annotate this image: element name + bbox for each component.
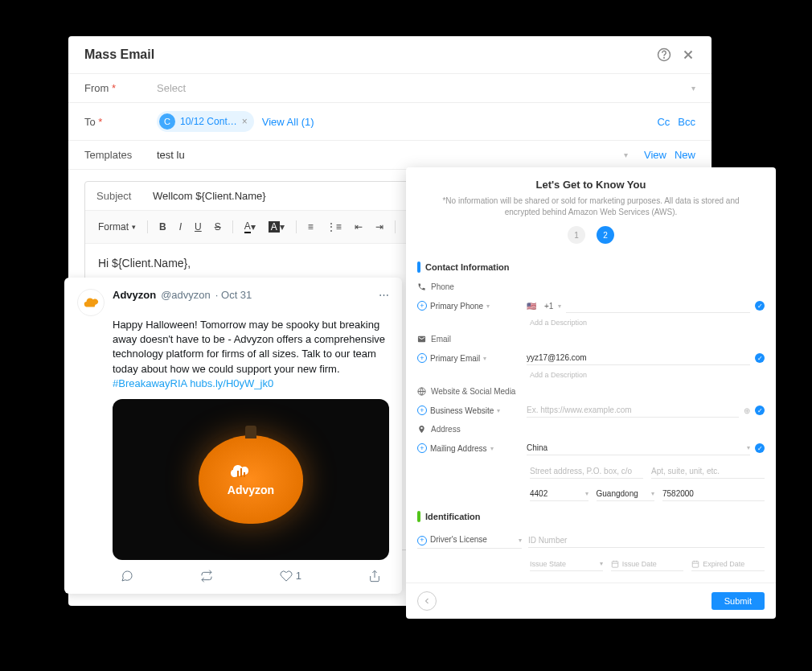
tweet-text: Happy Halloween! Tomorrow may be spooky …: [113, 318, 389, 391]
svg-rect-5: [237, 471, 239, 477]
subject-label: Subject: [96, 190, 153, 202]
view-all-link[interactable]: View All (1): [262, 116, 314, 128]
kyc-footer: Submit: [406, 582, 776, 619]
expired-date-input[interactable]: Expired Date: [691, 558, 765, 571]
phone-subheader: Phone: [417, 279, 765, 294]
chevron-down-icon: ▾: [691, 84, 695, 93]
share-button[interactable]: [368, 570, 381, 582]
bg-color-button[interactable]: A▾: [264, 218, 289, 236]
templates-label: Templates: [84, 149, 157, 161]
help-icon[interactable]: [657, 47, 671, 62]
add-email-icon[interactable]: +: [417, 353, 427, 363]
format-dropdown[interactable]: Format ▾: [93, 218, 141, 236]
website-subheader: Website & Social Media: [417, 384, 765, 399]
tweet-link[interactable]: hubs.ly/H0yW_jk0: [190, 377, 273, 389]
add-website-icon[interactable]: +: [417, 405, 427, 415]
city-select[interactable]: 4402▾: [530, 487, 588, 501]
check-icon: ✓: [755, 443, 765, 453]
from-row: From * Select ▾: [68, 74, 712, 103]
cc-link[interactable]: Cc: [657, 116, 670, 128]
chip-avatar: C: [159, 113, 175, 130]
from-label: From: [84, 82, 109, 94]
bold-button[interactable]: B: [154, 218, 171, 236]
close-icon[interactable]: [681, 47, 695, 62]
svg-point-1: [664, 57, 665, 58]
chip-remove-icon[interactable]: ×: [242, 116, 248, 127]
retweet-button[interactable]: [200, 570, 213, 582]
info-icon[interactable]: ⊕: [744, 406, 750, 415]
view-template-link[interactable]: View: [644, 149, 666, 161]
tweet-hashtag[interactable]: #BreakawayRIA: [113, 377, 187, 389]
subject-input[interactable]: Wellcom ${Client.Name}: [153, 190, 266, 202]
chip-label: 10/12 Cont…: [180, 116, 237, 127]
reply-button[interactable]: [121, 570, 133, 582]
tweet-more-icon[interactable]: ⋯: [379, 289, 389, 301]
like-button[interactable]: 1: [280, 570, 301, 582]
to-row: To * C 10/12 Cont… × View All (1) Cc Bcc: [68, 103, 712, 141]
svg-rect-4: [92, 303, 93, 306]
submit-button[interactable]: Submit: [712, 592, 765, 610]
template-select[interactable]: test lu ▾: [157, 149, 644, 161]
tweet-handle[interactable]: @advyzon: [161, 289, 211, 301]
step-2[interactable]: 2: [597, 226, 614, 244]
identification-section-header: Identification: [417, 511, 765, 522]
issue-state-select[interactable]: Issue State▾: [530, 558, 603, 571]
postal-input[interactable]: [662, 487, 765, 501]
add-address-icon[interactable]: +: [417, 443, 427, 453]
strike-button[interactable]: S: [210, 218, 226, 236]
outdent-button[interactable]: ⇤: [350, 218, 367, 236]
country-select[interactable]: China▾: [527, 441, 750, 455]
province-select[interactable]: Guangdong▾: [597, 487, 655, 501]
bcc-link[interactable]: Bcc: [678, 116, 695, 128]
template-value: test lu: [157, 149, 185, 161]
country-code[interactable]: +1: [544, 302, 553, 311]
pumpkin-logo-text: Advyzon: [227, 463, 275, 496]
from-select[interactable]: Select: [157, 82, 691, 94]
add-phone-icon[interactable]: +: [417, 301, 427, 311]
unordered-list-button[interactable]: ⋮≡: [322, 218, 347, 236]
website-input[interactable]: [527, 403, 739, 418]
ordered-list-button[interactable]: ≡: [303, 218, 318, 236]
email-header: Mass Email: [68, 36, 712, 74]
address-subheader: Address: [417, 422, 765, 437]
id-number-input[interactable]: [528, 533, 765, 548]
svg-rect-6: [240, 468, 242, 477]
svg-rect-10: [693, 561, 699, 567]
email-description[interactable]: Add a Description: [417, 369, 765, 384]
flag-icon[interactable]: 🇺🇸: [527, 302, 536, 311]
id-type-row: +Driver's License▾: [417, 529, 765, 553]
new-template-link[interactable]: New: [675, 149, 695, 161]
mailing-address-row: +Mailing Address ▾ China▾ ✓: [417, 437, 765, 459]
street-input[interactable]: [530, 464, 643, 479]
chevron-down-icon: ▾: [624, 150, 628, 159]
pumpkin-graphic: Advyzon: [199, 435, 303, 524]
email-input[interactable]: [527, 351, 750, 365]
tweet-avatar: [77, 289, 105, 316]
website-row: +Business Website ▾ ⊕ ✓: [417, 399, 765, 422]
underline-button[interactable]: U: [190, 218, 207, 236]
phone-input[interactable]: [566, 298, 750, 313]
to-label: To: [84, 116, 96, 128]
tweet-author-name[interactable]: Advyzon: [113, 289, 156, 301]
email-title: Mass Email: [84, 47, 154, 62]
primary-phone-row: +Primary Phone ▾ 🇺🇸 +1▾ ✓: [417, 294, 765, 317]
issue-date-input[interactable]: Issue Date: [611, 558, 684, 571]
kyc-title: Let's Get to Know You: [406, 179, 776, 191]
contact-section-header: Contact Information: [417, 261, 765, 273]
svg-rect-9: [612, 561, 618, 567]
italic-button[interactable]: I: [174, 218, 187, 236]
svg-rect-2: [88, 303, 88, 306]
step-indicator: 1 2: [406, 226, 776, 244]
tweet-image[interactable]: Advyzon: [113, 399, 389, 560]
recipient-chip[interactable]: C 10/12 Cont… ×: [157, 111, 254, 132]
tweet-date: · Oct 31: [215, 289, 252, 301]
text-color-button[interactable]: A▾: [240, 217, 260, 237]
phone-description[interactable]: Add a Description: [417, 317, 765, 331]
back-button[interactable]: [417, 591, 437, 611]
step-1[interactable]: 1: [568, 226, 585, 244]
svg-rect-7: [244, 472, 245, 477]
id-type-select[interactable]: +Driver's License▾: [417, 533, 522, 549]
apt-input[interactable]: [651, 464, 765, 479]
indent-button[interactable]: ⇥: [371, 218, 388, 236]
check-icon: ✓: [755, 353, 765, 363]
